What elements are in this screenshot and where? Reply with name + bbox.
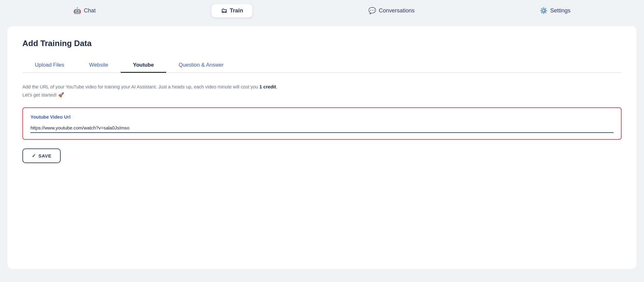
description-after: .	[276, 84, 277, 89]
nav-item-train[interactable]: 🗂 Train	[212, 4, 252, 17]
chat-icon: 🤖	[73, 7, 81, 14]
description-text: Add the URL of your YouTube video for tr…	[22, 83, 302, 99]
nav-item-conversations[interactable]: 💬 Conversations	[359, 4, 424, 17]
description-before: Add the URL of your YouTube video for tr…	[22, 84, 259, 89]
training-tabs: Upload Files Website Youtube Question & …	[22, 58, 622, 73]
top-navigation: 🤖 Chat 🗂 Train 💬 Conversations ⚙️ Settin…	[0, 0, 644, 21]
settings-icon: ⚙️	[540, 7, 548, 14]
page-title: Add Training Data	[22, 39, 622, 48]
nav-item-settings[interactable]: ⚙️ Settings	[530, 4, 580, 17]
description-bold: 1 credit	[259, 84, 276, 89]
tab-upload-files[interactable]: Upload Files	[22, 58, 77, 73]
save-button[interactable]: ✓ SAVE	[22, 148, 61, 163]
nav-item-chat[interactable]: 🤖 Chat	[64, 4, 105, 17]
nav-label-conversations: Conversations	[379, 7, 414, 14]
save-label: SAVE	[39, 153, 52, 158]
nav-label-train: Train	[230, 7, 243, 14]
url-input-label: Youtube Video Url	[30, 114, 614, 120]
youtube-url-input[interactable]	[30, 123, 614, 133]
tab-website[interactable]: Website	[77, 58, 121, 73]
main-content: Add Training Data Upload Files Website Y…	[7, 26, 637, 269]
train-icon: 🗂	[221, 7, 227, 14]
tab-youtube[interactable]: Youtube	[121, 58, 166, 73]
description-second-line: Let's get started! 🚀	[22, 92, 64, 97]
tab-question-answer[interactable]: Question & Answer	[166, 58, 236, 73]
url-input-box: Youtube Video Url	[22, 107, 622, 140]
nav-label-chat: Chat	[84, 7, 96, 14]
conversations-icon: 💬	[368, 7, 376, 14]
checkmark-icon: ✓	[32, 153, 36, 159]
nav-label-settings: Settings	[550, 7, 570, 14]
